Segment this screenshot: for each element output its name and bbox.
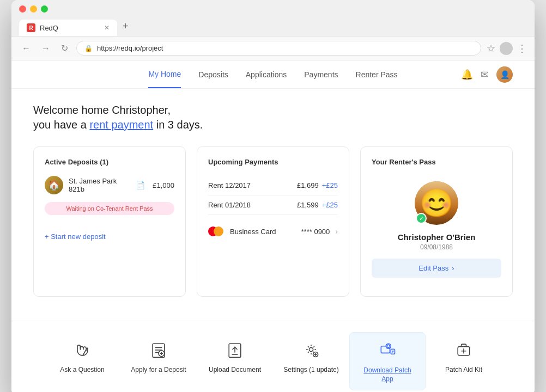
action-ask-question[interactable]: Ask a Question (44, 332, 120, 381)
payments-card-title: Upcoming Payments (208, 158, 338, 166)
user-avatar[interactable]: 👤 (496, 66, 513, 83)
tab-favicon: R (27, 23, 35, 32)
address-bar: ← → ↻ 🔒 https://redq.io/project ☆ ⋮ (11, 36, 535, 60)
active-tab[interactable]: R RedQ ✕ (19, 20, 117, 36)
deposit-property-avatar: 🏠 (45, 176, 63, 194)
nav-links: My Home Deposits Applications Payments R… (148, 61, 397, 88)
deposit-property-name: St. James Park 821b (69, 177, 130, 193)
minimize-button[interactable] (30, 5, 37, 13)
action-bar: Ask a Question Apply for a Deposit (11, 321, 535, 392)
url-text: https://redq.io/project (97, 44, 163, 52)
nav-payments[interactable]: Payments (304, 62, 338, 88)
lock-icon: 🔒 (84, 45, 93, 52)
action-upload-doc-label: Upload Document (209, 366, 261, 375)
rent-payment-link[interactable]: rent payment (89, 119, 153, 131)
bookmark-icon[interactable]: ☆ (487, 42, 495, 54)
action-settings[interactable]: Settings (1 update) (273, 332, 349, 381)
renter-profile: 😊 ✓ Christopher O'Brien 09/08/1988 Edit … (372, 176, 501, 285)
payment-extra-1: +£25 (322, 181, 338, 189)
deposit-amount: £1,000 (153, 181, 174, 189)
action-upload-doc[interactable]: Upload Document (197, 332, 273, 381)
action-apply-deposit[interactable]: Apply for a Deposit (120, 332, 197, 381)
action-patch-aid-kit[interactable]: Patch Aid Kit (426, 332, 502, 381)
renter-pass-title: Your Renter's Pass (372, 158, 501, 166)
verified-icon: ✓ (416, 213, 427, 224)
close-button[interactable] (19, 5, 26, 13)
addressbar-actions: ☆ ⋮ (487, 42, 527, 55)
edit-pass-button[interactable]: Edit Pass › (372, 259, 501, 278)
browser-titlebar: R RedQ ✕ + (11, 0, 535, 36)
payment-card-number: **** 0900 (301, 228, 330, 236)
payments-card: Upcoming Payments Rent 12/2017 £1,699 +£… (197, 146, 349, 297)
deposit-doc-icon: 📄 (136, 181, 145, 189)
action-download-patch[interactable]: Download Patch App (349, 332, 426, 390)
deposit-status-badge: Waiting on Co-Tenant Rent Pass (45, 202, 174, 215)
action-patch-aid-kit-label: Patch Aid Kit (445, 366, 482, 375)
start-deposit-link[interactable]: + Start new deposit (45, 232, 106, 241)
edit-pass-label: Edit Pass (418, 264, 448, 272)
profile-icon[interactable] (500, 42, 513, 55)
action-apply-deposit-label: Apply for a Deposit (131, 366, 186, 375)
reload-button[interactable]: ↻ (58, 42, 71, 54)
nav-right: 🔔 ✉ 👤 (461, 66, 513, 83)
tab-title: RedQ (40, 24, 58, 32)
payment-amounts-2: £1,599 +£25 (297, 201, 338, 209)
renter-name: Christopher O'Brien (398, 232, 476, 242)
upload-doc-icon (224, 339, 246, 360)
svg-point-10 (309, 347, 313, 351)
messages-icon[interactable]: ✉ (481, 69, 489, 81)
main-content: Welcome home Christopher, you have a ren… (11, 89, 535, 321)
maximize-button[interactable] (41, 5, 48, 13)
payment-main-1: £1,699 (297, 181, 319, 189)
cards-row: Active Deposits (1) 🏠 St. James Park 821… (33, 146, 513, 297)
menu-icon[interactable]: ⋮ (517, 42, 527, 54)
welcome-suffix: in 3 days. (153, 119, 203, 131)
renter-dob: 09/08/1988 (420, 243, 453, 251)
browser-window: R RedQ ✕ + ← → ↻ 🔒 https://redq.io/proje… (11, 0, 535, 392)
back-button[interactable]: ← (19, 42, 33, 54)
top-nav: My Home Deposits Applications Payments R… (11, 60, 535, 89)
settings-icon (300, 339, 322, 360)
forward-button[interactable]: → (39, 42, 53, 54)
deposit-item: 🏠 St. James Park 821b 📄 £1,000 (45, 176, 174, 194)
renter-pass-card: Your Renter's Pass 😊 ✓ Christopher O' (360, 146, 513, 297)
action-settings-label: Settings (1 update) (283, 366, 338, 375)
welcome-prefix: you have a (33, 119, 89, 131)
chevron-right-icon: › (335, 227, 338, 236)
payment-main-2: £1,599 (297, 201, 319, 209)
nav-deposits[interactable]: Deposits (198, 62, 228, 88)
edit-pass-chevron: › (452, 264, 454, 272)
action-ask-question-label: Ask a Question (60, 366, 104, 375)
download-patch-icon (377, 339, 398, 361)
action-download-patch-label: Download Patch App (359, 366, 416, 383)
deposits-card-title: Active Deposits (1) (45, 158, 174, 166)
app-content: My Home Deposits Applications Payments R… (11, 60, 535, 392)
mastercard-icon (208, 226, 225, 237)
payment-card-row[interactable]: Business Card **** 0900 › (208, 226, 338, 237)
notifications-icon[interactable]: 🔔 (461, 69, 473, 81)
renter-avatar-wrap: 😊 ✓ (415, 181, 458, 225)
payment-label-2: Rent 01/2018 (208, 201, 251, 209)
window-controls (19, 5, 527, 13)
payment-row-1: Rent 12/2017 £1,699 +£25 (208, 176, 338, 195)
apply-deposit-icon (148, 339, 169, 360)
hand-peace-icon (71, 339, 93, 360)
payment-amounts-1: £1,699 +£25 (297, 181, 338, 189)
welcome-line1: Welcome home Christopher, (33, 104, 513, 117)
payment-row-2: Rent 01/2018 £1,599 +£25 (208, 195, 338, 215)
svg-rect-17 (391, 349, 395, 354)
tab-close-icon[interactable]: ✕ (104, 24, 110, 32)
url-bar[interactable]: 🔒 https://redq.io/project (76, 41, 481, 56)
welcome-line2: you have a rent payment in 3 days. (33, 119, 513, 131)
payment-extra-2: +£25 (322, 201, 338, 209)
nav-my-home[interactable]: My Home (148, 61, 181, 88)
payment-label-1: Rent 12/2017 (208, 181, 251, 189)
browser-tabs: R RedQ ✕ + (19, 17, 527, 36)
payment-card-name: Business Card (230, 228, 296, 236)
nav-applications[interactable]: Applications (246, 62, 287, 88)
new-tab-button[interactable]: + (117, 17, 134, 36)
nav-renter-pass[interactable]: Renter Pass (356, 62, 398, 88)
deposits-card: Active Deposits (1) 🏠 St. James Park 821… (33, 146, 186, 297)
aid-kit-icon (453, 339, 475, 360)
